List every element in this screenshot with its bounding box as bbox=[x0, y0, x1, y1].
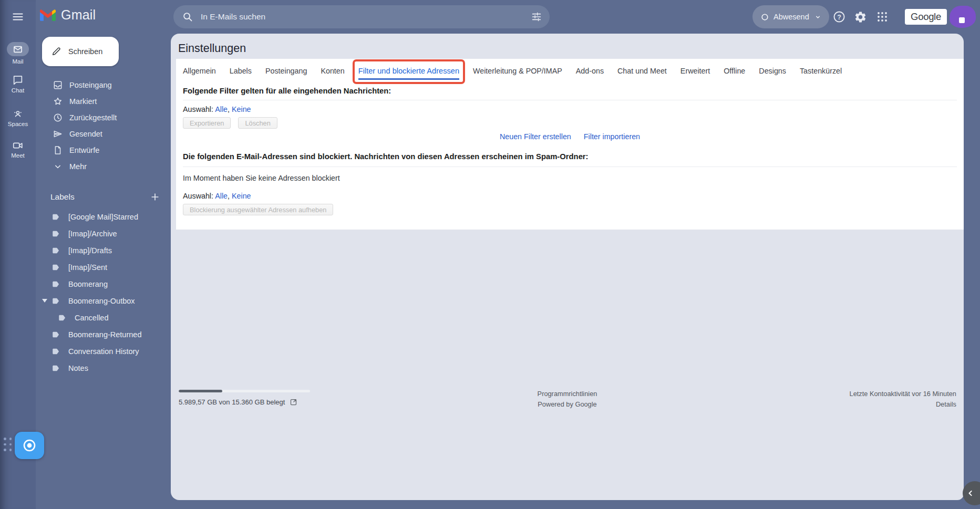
google-logo-badge[interactable]: Google bbox=[905, 9, 947, 25]
label-row-boomerang-returned[interactable]: Boomerang-Returned bbox=[36, 326, 171, 343]
selection-separator: , bbox=[228, 192, 232, 200]
blocked-empty-text: Im Moment haben Sie keine Adressen block… bbox=[183, 173, 957, 183]
label-row-boomerang[interactable]: Boomerang bbox=[36, 276, 171, 293]
footer-right: Letzte Kontoaktivität vor 16 Minuten Det… bbox=[850, 389, 956, 410]
filters-selection-row: Auswahl: Alle, Keine bbox=[183, 105, 957, 114]
label-row-boomerang-outbox[interactable]: Boomerang-Outbox bbox=[36, 293, 171, 309]
rail-item-meet-label[interactable]: Meet bbox=[0, 152, 36, 159]
apps-grid-button[interactable] bbox=[875, 9, 890, 24]
tab-erweitert[interactable]: Erweitert bbox=[680, 67, 710, 75]
label-name: [Imap]/Drafts bbox=[68, 246, 112, 255]
rail-item-chat-label[interactable]: Chat bbox=[0, 87, 36, 94]
label-list: [Google Mail]Starred [Imap]/Archive [Ima… bbox=[36, 209, 171, 377]
sidebar-item-mehr[interactable]: Mehr bbox=[36, 158, 171, 174]
divider bbox=[183, 167, 957, 167]
tab-weiterleitung-pop-imap[interactable]: Weiterleitung & POP/IMAP bbox=[473, 67, 562, 75]
chevron-down-icon bbox=[814, 13, 822, 21]
sidebar-item-posteingang[interactable]: Posteingang bbox=[36, 77, 171, 93]
card-footer: 5.989,57 GB von 15.360 GB belegt Program… bbox=[176, 387, 958, 420]
help-icon: ? bbox=[832, 10, 846, 24]
label-name: Boomerang bbox=[68, 280, 108, 288]
selection-label: Auswahl: bbox=[183, 192, 213, 200]
rail-item-spaces[interactable] bbox=[12, 108, 24, 120]
labels-header: Labels bbox=[36, 189, 171, 205]
rail-item-mail-label[interactable]: Mail bbox=[0, 58, 36, 65]
settings-gear-button[interactable] bbox=[853, 9, 868, 24]
search-icon[interactable] bbox=[182, 11, 193, 23]
help-button[interactable]: ? bbox=[832, 9, 847, 24]
label-row-notes[interactable]: Notes bbox=[36, 360, 171, 377]
gmail-m-icon bbox=[40, 9, 56, 21]
sidebar-item-label: Mehr bbox=[69, 162, 87, 171]
label-row-imap-sent[interactable]: [Imap]/Sent bbox=[36, 259, 171, 276]
star-icon bbox=[53, 96, 63, 107]
select-none-link[interactable]: Keine bbox=[232, 105, 251, 113]
rail-item-chat[interactable] bbox=[12, 74, 24, 86]
clock-icon bbox=[53, 112, 63, 123]
status-chip-abwesend[interactable]: Abwesend bbox=[752, 5, 829, 28]
tab-offline[interactable]: Offline bbox=[724, 67, 745, 75]
account-avatar[interactable] bbox=[950, 6, 976, 28]
create-filter-link[interactable]: Neuen Filter erstellen bbox=[500, 132, 571, 141]
delete-button[interactable]: Löschen bbox=[238, 117, 277, 129]
collapse-panel-button[interactable] bbox=[963, 481, 980, 505]
search-bar[interactable] bbox=[173, 5, 550, 28]
tab-posteingang[interactable]: Posteingang bbox=[265, 67, 307, 75]
label-tag-icon bbox=[58, 313, 67, 323]
label-row-conversation-history[interactable]: Conversation History bbox=[36, 343, 171, 360]
label-tag-icon bbox=[51, 212, 61, 222]
label-name: Boomerang-Returned bbox=[68, 330, 141, 339]
hamburger-menu-button[interactable] bbox=[8, 7, 27, 26]
label-tag-icon bbox=[51, 296, 61, 306]
tab-chat-und-meet[interactable]: Chat und Meet bbox=[617, 67, 667, 75]
mail-icon bbox=[13, 44, 23, 55]
tab-designs[interactable]: Designs bbox=[759, 67, 786, 75]
export-button[interactable]: Exportieren bbox=[183, 117, 231, 129]
select-none-link[interactable]: Keine bbox=[232, 192, 251, 200]
filters-heading: Folgende Filter gelten für alle eingehen… bbox=[183, 86, 957, 96]
select-all-link[interactable]: Alle bbox=[215, 192, 228, 200]
import-filter-link[interactable]: Filter importieren bbox=[584, 132, 640, 141]
sidebar-item-gesendet[interactable]: Gesendet bbox=[36, 126, 171, 142]
label-name: Cancelled bbox=[75, 314, 109, 322]
tab-allgemein[interactable]: Allgemein bbox=[183, 67, 216, 75]
expand-caret-icon[interactable] bbox=[42, 299, 47, 303]
label-row-cancelled[interactable]: Cancelled bbox=[36, 309, 171, 326]
drag-dots-handle[interactable] bbox=[4, 438, 12, 451]
apps-grid-icon bbox=[876, 11, 889, 23]
sidebar-item-zurueckgestellt[interactable]: Zurückgestellt bbox=[36, 109, 171, 126]
tab-labels[interactable]: Labels bbox=[230, 67, 252, 75]
label-row-google-mail-starred[interactable]: [Google Mail]Starred bbox=[36, 209, 171, 225]
rail-item-mail[interactable] bbox=[7, 42, 29, 56]
labels-title: Labels bbox=[50, 192, 75, 202]
label-name: [Imap]/Sent bbox=[68, 263, 107, 272]
label-tag-icon bbox=[51, 330, 61, 339]
search-input[interactable] bbox=[200, 12, 524, 22]
tune-icon[interactable] bbox=[531, 11, 542, 23]
select-all-link[interactable]: Alle bbox=[215, 105, 228, 113]
tab-konten[interactable]: Konten bbox=[321, 67, 344, 75]
label-row-imap-drafts[interactable]: [Imap]/Drafts bbox=[36, 242, 171, 259]
unblock-button[interactable]: Blockierung ausgewählter Adressen aufheb… bbox=[183, 204, 333, 215]
tab-tastenkuerzel[interactable]: Tastenkürzel bbox=[800, 67, 842, 75]
add-label-button[interactable] bbox=[150, 192, 160, 202]
rail-item-spaces-label[interactable]: Spaces bbox=[0, 121, 36, 127]
settings-card: Einstellungen Allgemein Labels Posteinga… bbox=[171, 34, 964, 500]
hamburger-icon bbox=[12, 11, 24, 23]
sidebar: Gmail Schreiben Posteingang Markiert Zur… bbox=[36, 0, 171, 509]
selection-separator: , bbox=[228, 105, 232, 113]
divider bbox=[183, 100, 957, 100]
compose-button[interactable]: Schreiben bbox=[42, 37, 119, 66]
rail-item-meet[interactable] bbox=[12, 140, 24, 151]
active-tab-label: Filter und blockierte Adressen bbox=[358, 67, 459, 75]
label-name: Conversation History bbox=[68, 347, 139, 356]
details-link[interactable]: Details bbox=[936, 400, 956, 408]
tab-add-ons[interactable]: Add-ons bbox=[576, 67, 604, 75]
boomerang-widget-button[interactable] bbox=[15, 432, 44, 459]
sidebar-item-markiert[interactable]: Markiert bbox=[36, 93, 171, 109]
tab-filter-und-blockierte-adressen[interactable]: Filter und blockierte Adressen bbox=[358, 67, 459, 75]
label-name: Boomerang-Outbox bbox=[68, 297, 135, 305]
sidebar-item-entwuerfe[interactable]: Entwürfe bbox=[36, 142, 171, 158]
label-row-imap-archive[interactable]: [Imap]/Archive bbox=[36, 225, 171, 242]
program-policies-link[interactable]: Programmrichtlinien bbox=[538, 390, 597, 398]
